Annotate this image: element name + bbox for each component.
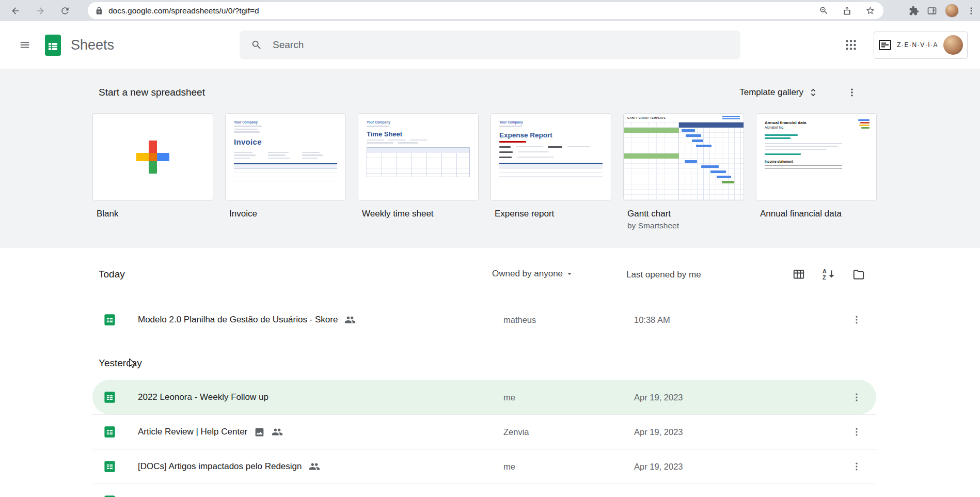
template-thumb-expense: Your Company Expense Report — [491, 114, 611, 200]
template-card-annual-financial-data[interactable]: Annual financial data Alphabet Inc. Inco… — [756, 113, 877, 230]
reload-icon — [61, 7, 68, 14]
template-byline: by Smartsheet — [627, 221, 744, 230]
template-thumb-invoice: Your Company Invoice — [226, 114, 345, 200]
app-title: Sheets — [71, 37, 114, 53]
account-avatar[interactable] — [943, 35, 963, 55]
group-heading-today: Today — [99, 269, 125, 280]
back-icon — [12, 7, 19, 14]
template-thumb-blank — [93, 141, 213, 200]
lock-icon — [95, 7, 103, 15]
file-menu-button[interactable] — [847, 310, 866, 329]
template-card-gantt-chart[interactable]: GANTT CHART TEMPLATE — [623, 113, 744, 230]
template-thumb-gantt: GANTT CHART TEMPLATE — [624, 114, 744, 200]
file-menu-button[interactable] — [847, 457, 866, 476]
file-owner: me — [503, 392, 515, 402]
template-thumb-timesheet: Your Company Time Sheet — [358, 114, 478, 200]
shared-people-icon — [309, 461, 320, 472]
app-header: Sheets Z·E·N·V·I·A — [0, 21, 980, 69]
file-list-section: Today Owned by anyone Last opened by me … — [0, 248, 980, 497]
template-label: Blank — [97, 209, 213, 219]
browser-profile-avatar[interactable] — [945, 4, 959, 18]
template-card-weekly-time-sheet[interactable]: Your Company Time Sheet Weekly time shee… — [358, 113, 479, 230]
image-icon — [254, 427, 265, 438]
owner-filter-label: Owned by anyone — [492, 269, 563, 279]
template-card-expense-report[interactable]: Your Company Expense Report Expense repo… — [491, 113, 611, 230]
url-text[interactable]: docs.google.com/spreadsheets/u/0/?tgif=d — [108, 6, 259, 15]
sheets-file-icon — [103, 390, 117, 404]
more-vertical-icon — [847, 87, 857, 98]
more-vertical-icon — [851, 427, 862, 437]
template-label: Invoice — [229, 209, 346, 219]
file-title: Article Review | Help Center — [138, 427, 247, 437]
file-row[interactable]: Article Review | Help Center Zenvia Apr … — [92, 414, 876, 449]
browser-menu-icon[interactable] — [967, 6, 976, 15]
file-row[interactable]: Modelo 2.0 Planilha de Gestão de Usuário… — [92, 302, 876, 337]
sheets-file-icon — [103, 494, 117, 497]
bookmark-star-icon[interactable] — [865, 6, 875, 15]
template-label: Annual financial data — [760, 209, 877, 219]
chevron-down-icon — [565, 269, 574, 278]
mini-legend-bars — [858, 119, 870, 129]
search-icon[interactable] — [251, 39, 262, 51]
side-panel-icon[interactable] — [927, 6, 937, 16]
account-chip[interactable]: Z·E·N·V·I·A — [874, 32, 968, 59]
sheets-file-icon — [103, 425, 117, 439]
forward-icon — [37, 7, 43, 14]
google-apps-button[interactable] — [840, 34, 862, 56]
file-last-opened: 10:38 AM — [634, 315, 670, 324]
hamburger-icon — [19, 39, 30, 51]
file-menu-button[interactable] — [847, 423, 866, 441]
shared-people-icon — [344, 314, 356, 325]
file-row[interactable]: [DOCs] Artigos impactados pelo Redesign … — [92, 449, 876, 484]
colored-plus-icon — [136, 141, 169, 174]
search-bar[interactable] — [240, 30, 740, 59]
file-row[interactable]: [Atenção] Artigos impactados pelo redesi… — [92, 484, 876, 497]
search-input[interactable] — [273, 39, 729, 51]
sheets-file-icon — [103, 460, 117, 474]
template-card-invoice[interactable]: Your Company Invoice Invoi — [225, 113, 346, 230]
app-header-left: Sheets — [13, 21, 114, 69]
extensions-puzzle-icon[interactable] — [909, 6, 919, 16]
back-button[interactable] — [6, 2, 25, 20]
template-section-title: Start a new spreadsheet — [99, 87, 205, 98]
main-menu-button[interactable] — [13, 34, 36, 56]
grid-view-button[interactable] — [789, 265, 809, 284]
sort-az-icon: A Z — [822, 268, 835, 281]
file-menu-button[interactable] — [847, 492, 866, 497]
file-menu-button[interactable] — [847, 388, 866, 407]
template-card-blank[interactable]: Blank — [92, 113, 213, 230]
share-icon[interactable] — [842, 6, 852, 15]
list-view-controls: A Z — [789, 265, 868, 284]
address-bar[interactable]: docs.google.com/spreadsheets/u/0/?tgif=d — [88, 2, 883, 19]
owner-filter-dropdown[interactable]: Owned by anyone — [492, 269, 574, 279]
file-last-opened: Apr 19, 2023 — [634, 462, 683, 472]
template-thumb-annual: Annual financial data Alphabet Inc. Inco… — [756, 114, 876, 200]
file-owner: matheus — [503, 315, 536, 324]
reload-button[interactable] — [56, 2, 74, 20]
template-section: Start a new spreadsheet Template gallery — [0, 69, 980, 248]
sheets-logo-icon[interactable] — [44, 34, 61, 56]
template-gallery-button[interactable]: Template gallery — [735, 84, 823, 101]
sort-az-button[interactable]: A Z — [819, 265, 839, 284]
template-label: Gantt chart — [627, 209, 744, 219]
browser-toolbar-right — [909, 0, 976, 21]
expand-collapse-icon — [808, 87, 819, 98]
app-header-right: Z·E·N·V·I·A — [840, 21, 968, 69]
browser-nav-buttons — [0, 2, 74, 20]
file-row-selected[interactable]: 2022 Leonora - Weekly Follow up me Apr 1… — [92, 380, 876, 414]
template-label: Expense report — [495, 209, 611, 219]
template-label: Weekly time sheet — [362, 209, 479, 219]
shared-people-icon — [272, 426, 283, 438]
template-section-header: Start a new spreadsheet Template gallery — [99, 85, 863, 100]
last-opened-column-label: Last opened by me — [626, 270, 701, 280]
zoom-icon[interactable] — [819, 6, 829, 15]
template-options-button[interactable] — [841, 81, 863, 104]
browser-toolbar: docs.google.com/spreadsheets/u/0/?tgif=d — [0, 0, 980, 21]
template-cards: Blank Your Company Invoice — [92, 113, 877, 230]
svg-text:A: A — [823, 268, 827, 274]
forward-button[interactable] — [31, 2, 50, 20]
template-gallery-label: Template gallery — [739, 87, 803, 98]
open-file-picker-button[interactable] — [849, 265, 868, 284]
group-heading-yesterday: Yesterday — [99, 358, 142, 369]
folder-icon — [852, 268, 865, 281]
